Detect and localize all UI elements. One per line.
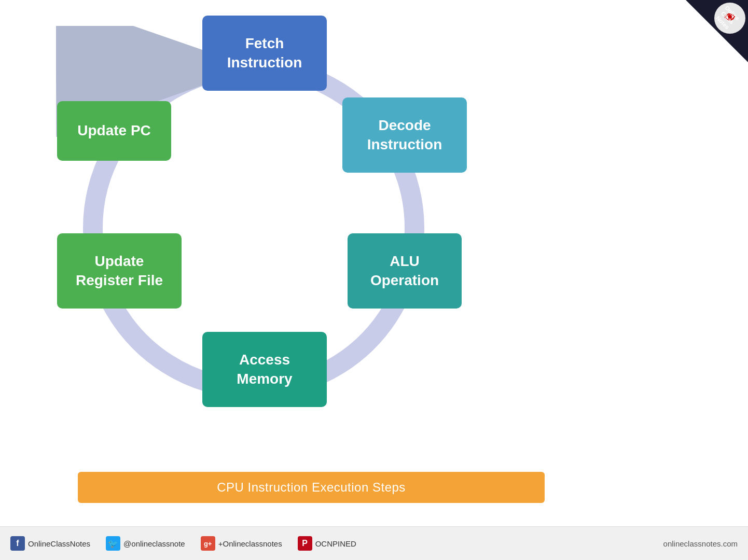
- bottom-banner: CPU Instruction Execution Steps: [78, 472, 545, 503]
- footer-googleplus[interactable]: g+ +Onlineclassnotes: [201, 536, 282, 551]
- alu-label: ALUOperation: [370, 252, 439, 290]
- access-memory-box: AccessMemory: [202, 332, 327, 407]
- update-pc-label: Update PC: [77, 121, 151, 140]
- googleplus-icon: g+: [201, 536, 215, 551]
- decode-label: DecodeInstruction: [367, 116, 442, 154]
- footer-pinterest[interactable]: P OCNPINED: [298, 536, 356, 551]
- facebook-icon: f: [10, 536, 25, 551]
- banner-text: CPU Instruction Execution Steps: [217, 480, 406, 495]
- access-label: AccessMemory: [237, 351, 292, 388]
- update-pc-box: Update PC: [57, 101, 171, 161]
- facebook-label: OnlineClassNotes: [28, 539, 90, 548]
- update-register-box: UpdateRegister File: [57, 233, 182, 309]
- fetch-label: FetchInstruction: [227, 34, 302, 72]
- footer-website: onlineclassnotes.com: [663, 539, 738, 548]
- twitter-label: @onlineclassnote: [123, 539, 185, 548]
- footer: f OnlineClassNotes 🐦 @onlineclassnote g+…: [0, 526, 748, 560]
- update-reg-label: UpdateRegister File: [76, 252, 163, 290]
- googleplus-label: +Onlineclassnotes: [218, 539, 282, 548]
- twitter-icon: 🐦: [106, 536, 120, 551]
- decode-instruction-box: DecodeInstruction: [342, 97, 467, 173]
- corner-badge: 👁 OnlineClassNotes: [686, 0, 748, 62]
- pinterest-icon: P: [298, 536, 312, 551]
- alu-operation-box: ALUOperation: [348, 233, 462, 309]
- footer-twitter[interactable]: 🐦 @onlineclassnote: [106, 536, 185, 551]
- main-container: FetchInstruction DecodeInstruction ALUOp…: [0, 0, 748, 560]
- footer-facebook[interactable]: f OnlineClassNotes: [10, 536, 90, 551]
- pinterest-label: OCNPINED: [315, 539, 356, 548]
- fetch-instruction-box: FetchInstruction: [202, 16, 327, 91]
- website-text: onlineclassnotes.com: [663, 539, 738, 548]
